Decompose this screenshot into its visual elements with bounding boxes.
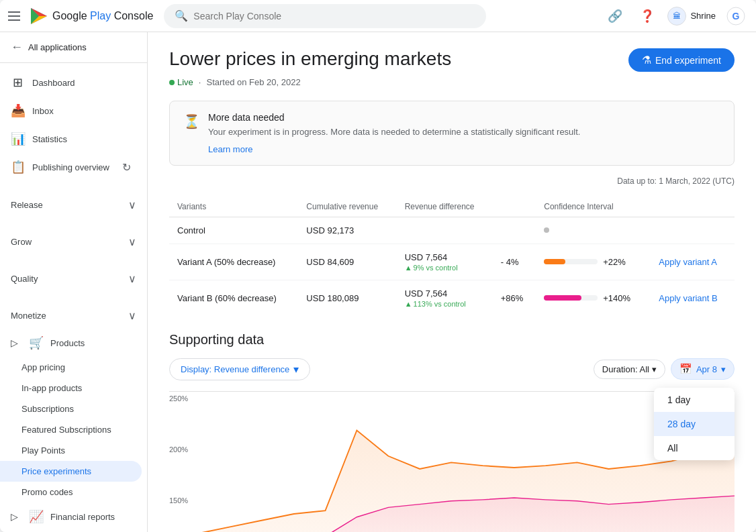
grow-section: Grow ∨ <box>0 223 147 260</box>
grow-chevron: ∨ <box>128 235 136 248</box>
variant-a-cumulative-revenue: USD 84,609 <box>298 244 396 280</box>
play-points-label: Play Points <box>21 445 65 456</box>
monetize-section: Monetize ∨ ▷ 🛒 Products App pricing In-a… <box>0 297 147 532</box>
banner-text: Your experiment is in progress. More dat… <box>208 125 720 139</box>
learn-more-link[interactable]: Learn more <box>208 144 252 154</box>
end-experiment-button[interactable]: ⚗ End experiment <box>628 48 735 72</box>
table-row-variant-b: Variant B (60% decrease) USD 180,089 USD… <box>169 280 735 316</box>
status-separator: · <box>199 77 201 87</box>
user-avatar: 🏛 <box>667 7 686 25</box>
variant-a-conf-value: +22% <box>603 257 626 267</box>
display-dropdown-btn[interactable]: Display: Revenue difference ▾ <box>169 358 310 380</box>
main-content: Lower prices in emerging markets ⚗ End e… <box>148 32 756 532</box>
date-btn[interactable]: 📅 Apr 8 ▾ <box>671 358 735 380</box>
dropdown-item-1day[interactable]: 1 day <box>654 388 735 412</box>
monetize-header[interactable]: Monetize ∨ <box>0 303 147 329</box>
grow-label: Grow <box>11 237 32 247</box>
chart-controls: Display: Revenue difference ▾ Duration: … <box>169 358 735 380</box>
sidebar-item-promo-codes[interactable]: Promo codes <box>0 482 142 502</box>
console-text: Console <box>114 10 154 21</box>
sidebar-item-dashboard[interactable]: ⊞ Dashboard <box>0 68 142 97</box>
products-expand-icon: ▷ <box>11 337 18 348</box>
play-logo-icon <box>30 7 48 25</box>
variant-b-bar-fill <box>544 295 581 301</box>
sidebar: ← All applications ⊞ Dashboard 📥 Inbox 📊… <box>0 32 148 532</box>
help-icon-btn[interactable]: ❓ <box>635 4 659 28</box>
duration-btn[interactable]: Duration: All ▾ <box>594 360 665 379</box>
financial-expand-icon: ▷ <box>11 511 18 522</box>
sidebar-item-products[interactable]: ▷ 🛒 Products <box>0 329 142 357</box>
col-variants: Variants <box>169 197 298 217</box>
y-label-250: 250% <box>169 394 196 403</box>
live-status: Live <box>169 77 193 87</box>
sidebar-item-inbox[interactable]: 📥 Inbox <box>0 97 142 125</box>
user-profile[interactable]: 🏛 Shrine <box>667 7 716 25</box>
banner-title: More data needed <box>208 112 720 123</box>
variant-a-revenue-diff: USD 7,564 ▲ 9% vs control <box>397 244 493 280</box>
refresh-icon[interactable]: ↻ <box>122 161 131 174</box>
sidebar-item-price-experiments[interactable]: Price experiments <box>0 461 142 482</box>
variant-b-cumulative-revenue: USD 180,089 <box>298 280 396 316</box>
apply-variant-a-btn[interactable]: Apply variant A <box>659 257 717 267</box>
apply-variant-b-btn[interactable]: Apply variant B <box>659 293 717 303</box>
search-input[interactable] <box>193 11 475 21</box>
content-header: Lower prices in emerging markets ⚗ End e… <box>169 48 735 72</box>
control-action <box>651 217 735 244</box>
chart-y-labels: 250% 200% 150% 50% <box>169 392 196 533</box>
variant-a-vs-control: ▲ 9% vs control <box>405 264 485 272</box>
variant-b-action: Apply variant B <box>651 280 735 316</box>
quality-header[interactable]: Quality ∨ <box>0 266 147 292</box>
duration-chevron-icon: ▾ <box>652 364 657 374</box>
release-chevron: ∨ <box>128 199 136 211</box>
app-container: Google Play Console 🔍 🔗 ❓ 🏛 Shrine G <box>0 0 756 532</box>
menu-icon[interactable] <box>8 8 24 24</box>
duration-label: Duration: All <box>602 364 649 374</box>
dropdown-item-28day[interactable]: 28 day <box>654 412 735 436</box>
variant-b-revenue-diff: USD 7,564 ▲ 113% vs control <box>397 280 493 316</box>
app-title: Google Play Console <box>52 10 153 22</box>
google-account-icon[interactable]: G <box>724 4 748 28</box>
hourglass-icon: ⏳ <box>183 113 200 129</box>
grow-header[interactable]: Grow ∨ <box>0 229 147 255</box>
variant-a-bar-fill <box>544 259 565 264</box>
variant-a-name: Variant A (50% decrease) <box>169 244 298 280</box>
variant-b-vs-control-text: 113% vs control <box>414 300 466 308</box>
live-dot <box>169 80 175 85</box>
search-box[interactable]: 🔍 <box>164 4 486 28</box>
sidebar-item-play-points[interactable]: Play Points <box>0 440 142 461</box>
topbar-right: 🔗 ❓ 🏛 Shrine G <box>603 4 748 28</box>
table-row-control: Control USD 92,173 <box>169 217 735 244</box>
products-label: Products <box>50 338 85 348</box>
sidebar-item-subscriptions[interactable]: Subscriptions <box>0 398 142 419</box>
variant-a-confidence: +22% <box>536 244 651 280</box>
variant-a-percent-diff: - 4% <box>493 244 536 280</box>
y-label-200: 200% <box>169 445 196 454</box>
financial-icon: 📈 <box>29 509 42 524</box>
release-header[interactable]: Release ∨ <box>0 192 147 218</box>
sidebar-item-in-app-products[interactable]: In-app products <box>0 378 142 398</box>
calendar-icon: 📅 <box>679 363 692 375</box>
dropdown-item-all[interactable]: All <box>654 436 735 460</box>
col-percent-diff <box>493 197 536 217</box>
control-percent-diff <box>493 217 536 244</box>
back-to-all-apps[interactable]: ← All applications <box>0 32 147 63</box>
variant-b-conf-bar: +140% <box>544 293 643 303</box>
sidebar-item-featured-subscriptions[interactable]: Featured Subscriptions <box>0 419 142 440</box>
control-confidence <box>536 217 651 244</box>
variant-a-action: Apply variant A <box>651 244 735 280</box>
dashboard-label: Dashboard <box>32 78 75 88</box>
variants-table: Variants Cumulative revenue Revenue diff… <box>169 197 735 316</box>
link-icon-btn[interactable]: 🔗 <box>603 4 627 28</box>
topbar-logo: Google Play Console <box>30 7 153 25</box>
sidebar-item-financial-reports[interactable]: ▷ 📈 Financial reports <box>0 502 142 531</box>
sidebar-item-app-pricing[interactable]: App pricing <box>0 357 142 378</box>
banner-content: More data needed Your experiment is in p… <box>208 112 720 154</box>
back-arrow-icon: ← <box>11 40 23 54</box>
variant-b-name: Variant B (60% decrease) <box>169 280 298 316</box>
back-label: All applications <box>28 42 87 52</box>
sidebar-item-statistics[interactable]: 📊 Statistics <box>0 125 142 153</box>
app-pricing-label: App pricing <box>21 362 65 372</box>
supporting-data-title: Supporting data <box>169 332 735 348</box>
quality-chevron: ∨ <box>128 272 136 285</box>
sidebar-item-publishing-overview[interactable]: 📋 Publishing overview ↻ <box>0 153 142 181</box>
